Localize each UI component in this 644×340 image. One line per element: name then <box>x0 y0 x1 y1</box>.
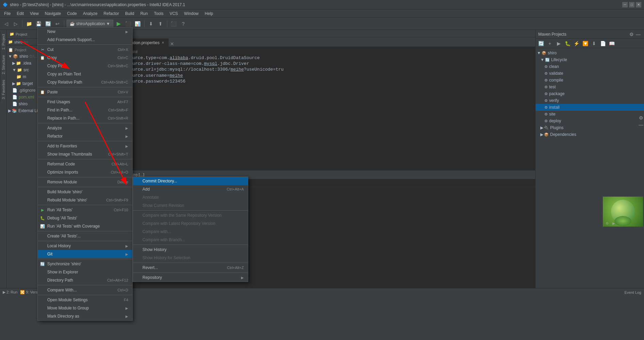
minimize-button[interactable]: ─ <box>622 2 628 7</box>
maven-site[interactable]: ⚙ site <box>536 111 644 118</box>
run-button[interactable]: ▶ <box>115 20 123 28</box>
menu-run[interactable]: Run <box>138 11 151 17</box>
menu-window[interactable]: Window <box>181 11 201 17</box>
right-btn-1[interactable]: ⚙ <box>638 115 644 121</box>
ctx-git[interactable]: Git ▶ <box>38 250 132 258</box>
maven-compile[interactable]: ⚙ compile <box>536 77 644 84</box>
maven-deploy[interactable]: ⚙ deploy <box>536 118 644 124</box>
maven-javadoc-btn[interactable]: 📖 <box>608 39 616 48</box>
maven-source-btn[interactable]: 📄 <box>599 39 607 48</box>
menu-edit[interactable]: Edit <box>14 11 27 17</box>
close-button[interactable]: ✕ <box>636 2 641 7</box>
menu-file[interactable]: File <box>1 11 13 17</box>
widget-settings-btn[interactable]: ⚙ <box>604 220 610 226</box>
toolbar-undo-btn[interactable]: ↩ <box>53 20 62 28</box>
maven-run-btn[interactable]: ▶ <box>555 39 563 48</box>
ctx-reformat[interactable]: Reformat Code Ctrl+Alt+L <box>38 160 132 168</box>
vcs-update-btn[interactable]: ⬇ <box>147 20 155 28</box>
toolbar-back-btn[interactable]: ◁ <box>2 20 10 28</box>
ctx-open-module-settings[interactable]: Open Module Settings F4 <box>38 296 132 304</box>
menu-help[interactable]: Help <box>202 11 216 17</box>
ctx-mark-directory[interactable]: Mark Directory as ▶ <box>38 312 132 320</box>
ctx-copy-plain[interactable]: Copy as Plain Text <box>38 70 132 78</box>
side-label-favorites[interactable]: 3: Favorites <box>0 77 6 102</box>
ctx-copy-path[interactable]: Copy Path Ctrl+Shift+C <box>38 62 132 70</box>
ctx-debug-tests[interactable]: 🐛 Debug 'All Tests' <box>38 214 132 222</box>
menu-vcs[interactable]: VCS <box>167 11 181 17</box>
maven-download-btn[interactable]: ⬇ <box>590 39 598 48</box>
toolbar-forward-btn[interactable]: ▷ <box>12 20 20 28</box>
ctx-rebuild-module[interactable]: Rebuild Module 'shiro' Ctrl+Shift+F9 <box>38 196 132 204</box>
ctx-directory-path[interactable]: Directory Path Ctrl+Alt+F12 <box>38 276 132 284</box>
ctx-find-path[interactable]: Find in Path... Ctrl+Shift+F <box>38 106 132 114</box>
menu-build[interactable]: Build <box>122 11 137 17</box>
maven-clean[interactable]: ⚙ clean <box>536 63 644 70</box>
tab-properties-close[interactable]: ✕ <box>162 41 164 44</box>
maven-package[interactable]: ⚙ package <box>536 90 644 97</box>
maven-test[interactable]: ⚙ test <box>536 84 644 90</box>
menu-tools[interactable]: Tools <box>151 11 166 17</box>
ctx-run-coverage[interactable]: 📊 Run 'All Tests' with Coverage <box>38 222 132 230</box>
maven-plugins[interactable]: ▶ 🔌 Plugins <box>536 124 644 131</box>
maven-collapse-btn[interactable]: 🔽 <box>581 39 589 48</box>
ctx-copy[interactable]: 📋 Copy Ctrl+C <box>38 54 132 62</box>
ctx-add-favorites[interactable]: Add to Favorites ▶ <box>38 142 132 150</box>
close-all-tabs-btn[interactable]: ✕ <box>170 41 174 47</box>
ctx-cut[interactable]: ✂ Cut Ctrl+X <box>38 46 132 54</box>
maven-skip-btn[interactable]: ⚡ <box>572 39 580 48</box>
ctx-build-module[interactable]: Build Module 'shiro' <box>38 188 132 196</box>
git-repository[interactable]: Repository ▶ <box>133 273 248 282</box>
ctx-create-tests[interactable]: Create 'All Tests'... <box>38 232 132 240</box>
ctx-copy-relative[interactable]: Copy Relative Path Ctrl+Alt+Shift+C <box>38 78 132 86</box>
menu-analyze[interactable]: Analyze <box>80 11 100 17</box>
maven-validate[interactable]: ⚙ validate <box>536 70 644 77</box>
maximize-button[interactable]: □ <box>629 2 634 7</box>
maven-refresh-btn[interactable]: 🔄 <box>537 39 545 48</box>
ctx-analyze[interactable]: Analyze ▶ <box>38 124 132 132</box>
ctx-local-history[interactable]: Local History ▶ <box>38 242 132 250</box>
widget-action-btn[interactable]: ▶ <box>611 220 616 226</box>
git-revert[interactable]: Revert... Ctrl+Alt+Z <box>133 264 248 272</box>
maven-install[interactable]: ⚙ install <box>536 104 644 111</box>
toolbar-save-btn[interactable]: 💾 <box>34 20 43 28</box>
right-btn-2[interactable]: — <box>638 122 644 128</box>
ctx-add-framework[interactable]: Add Framework Support... <box>38 36 132 44</box>
git-show-history[interactable]: Show History <box>133 246 248 254</box>
git-add[interactable]: Add Ctrl+Alt+A <box>133 185 248 193</box>
git-commit-dir[interactable]: Commit Directory... <box>133 177 248 185</box>
ctx-paste[interactable]: 📋 Paste Ctrl+V <box>38 88 132 96</box>
maven-settings-btn[interactable]: ⚙ <box>628 31 634 37</box>
ctx-show-explorer[interactable]: Show in Explorer <box>38 268 132 276</box>
toolbar-file-btn[interactable]: 📁 <box>25 20 33 28</box>
coverage-button[interactable]: 📊 <box>134 20 142 28</box>
side-label-structure[interactable]: 2: Structure <box>0 52 6 77</box>
maven-minimize-btn[interactable]: — <box>635 31 641 37</box>
maven-lifecycle[interactable]: ▼ 🔄 Lifecycle <box>536 56 644 63</box>
ctx-synchronize[interactable]: 🔄 Synchronize 'shiro' <box>38 260 132 268</box>
ctx-move-module[interactable]: Move Module to Group ▶ <box>38 304 132 312</box>
ctx-replace-path[interactable]: Replace in Path... Ctrl+Shift+R <box>38 114 132 122</box>
stop-button[interactable]: ⬛ <box>124 20 132 28</box>
ctx-run-tests[interactable]: ▶ Run 'All Tests' Ctrl+F10 <box>38 206 132 214</box>
status-bottom-tab-run[interactable]: ▶ 2: Run <box>3 290 17 294</box>
maven-add-btn[interactable]: + <box>546 39 554 48</box>
maven-shiro[interactable]: ▼ 📦 shiro <box>536 50 644 56</box>
toolbar-sync-btn[interactable]: 🔄 <box>44 20 52 28</box>
menu-code[interactable]: Code <box>64 11 80 17</box>
ctx-compare-with[interactable]: Compare With... Ctrl+D <box>38 286 132 294</box>
menu-refactor[interactable]: Refactor <box>101 11 122 17</box>
menu-navigate[interactable]: Navigate <box>42 11 64 17</box>
editor-content[interactable]: 1 ## datasouce ## 2 spring.datasource.ty… <box>82 47 535 170</box>
menu-view[interactable]: View <box>27 11 41 17</box>
ctx-new[interactable]: New ▶ <box>38 28 132 36</box>
side-label-project[interactable]: 1: Project <box>0 31 6 52</box>
ctx-remove-module[interactable]: Remove Module Delete <box>38 178 132 186</box>
terminal-btn[interactable]: ⬛ <box>170 20 178 28</box>
maven-verify[interactable]: ⚙ verify <box>536 97 644 104</box>
vcs-commit-btn[interactable]: ⬆ <box>156 20 165 28</box>
run-config-selector[interactable]: ☕ shiroApplication ▼ <box>67 20 113 28</box>
maven-run-debug-btn[interactable]: 🐛 <box>563 39 572 48</box>
ctx-show-thumbnails[interactable]: Show Image Thumbnails Ctrl+Shift+T <box>38 150 132 158</box>
event-log-label[interactable]: Event Log <box>624 290 641 294</box>
ctx-optimize[interactable]: Optimize Imports Ctrl+Alt+O <box>38 168 132 176</box>
